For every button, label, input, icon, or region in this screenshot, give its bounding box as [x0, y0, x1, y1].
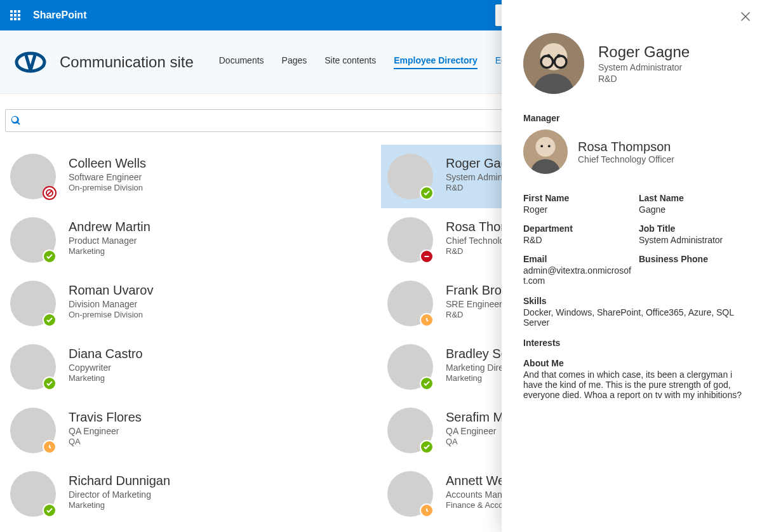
- person-name: Richard Dunnigan: [69, 474, 170, 488]
- close-button[interactable]: [738, 9, 753, 24]
- about-label: About Me: [523, 358, 747, 368]
- person-card[interactable]: Diana CastroCopywriterMarketing: [4, 335, 381, 399]
- person-name: Travis Flores: [69, 410, 142, 425]
- person-dept: Marketing: [69, 500, 170, 510]
- site-title[interactable]: Communication site: [60, 53, 194, 71]
- department-value: R&D: [523, 235, 631, 245]
- presence-available-icon: [43, 313, 57, 327]
- nav-site-contents[interactable]: Site contents: [324, 55, 376, 69]
- site-logo[interactable]: [13, 44, 48, 80]
- manager-label: Manager: [523, 113, 747, 123]
- person-dept: On-premise Division: [69, 310, 153, 319]
- email-label: Email: [523, 254, 631, 264]
- skills-label: Skills: [523, 296, 747, 306]
- person-dept: Marketing: [69, 373, 143, 383]
- manager-card[interactable]: Rosa Thompson Chief Technology Officer: [523, 130, 747, 174]
- svg-rect-7: [14, 18, 17, 20]
- person-title: Division Manager: [69, 299, 153, 309]
- avatar: [387, 471, 433, 517]
- avatar: [387, 154, 433, 199]
- presence-busy-icon: [420, 249, 434, 263]
- svg-rect-13: [425, 256, 429, 257]
- presence-available-icon: [43, 376, 57, 390]
- manager-title: Chief Technology Officer: [578, 154, 674, 164]
- close-icon: [741, 12, 750, 21]
- presence-away-icon: [420, 503, 434, 517]
- job-title-value: System Administrator: [639, 235, 747, 245]
- person-card[interactable]: Roman UvarovDivision ManagerOn-premise D…: [4, 272, 381, 335]
- first-name-label: First Name: [523, 193, 631, 203]
- person-title: Copywriter: [69, 362, 143, 373]
- person-name: Colleen Wells: [69, 156, 146, 171]
- suite-brand[interactable]: SharePoint: [33, 10, 86, 21]
- person-dept: QA: [69, 437, 142, 446]
- presence-available-icon: [420, 186, 434, 200]
- svg-rect-5: [18, 14, 20, 17]
- presence-available-icon: [420, 376, 434, 390]
- svg-line-11: [48, 191, 52, 196]
- person-card[interactable]: Andrew MartinProduct ManagerMarketing: [4, 208, 381, 272]
- svg-rect-0: [10, 10, 13, 13]
- person-title: QA Engineer: [69, 426, 142, 436]
- panel-header: Roger Gagne System Administrator R&D: [523, 33, 747, 94]
- panel-person-dept: R&D: [598, 74, 690, 84]
- svg-rect-8: [18, 18, 20, 20]
- panel-person-name: Roger Gagne: [598, 43, 690, 61]
- person-card[interactable]: Travis FloresQA EngineerQA: [4, 399, 381, 462]
- interests-label: Interests: [523, 338, 747, 348]
- avatar: [10, 471, 56, 517]
- email-value: admin@vitextra.onmicrosoft.com: [523, 265, 631, 286]
- last-name-label: Last Name: [639, 193, 747, 203]
- phone-label: Business Phone: [639, 254, 747, 264]
- avatar: [387, 217, 433, 263]
- person-name: Roman Uvarov: [69, 283, 153, 298]
- skills-value: Docker, Windows, SharePoint, Office365, …: [523, 307, 747, 328]
- person-details-panel: Roger Gagne System Administrator R&D Man…: [502, 0, 762, 532]
- svg-rect-2: [18, 10, 20, 13]
- avatar: [10, 408, 56, 453]
- about-value: And that comes in which case, its been a…: [523, 369, 747, 400]
- nav-employee-directory[interactable]: Employee Directory: [394, 55, 478, 69]
- person-dept: On-premise Division: [69, 183, 146, 192]
- avatar: [10, 154, 56, 199]
- manager-name: Rosa Thompson: [578, 140, 674, 154]
- svg-rect-4: [14, 14, 17, 17]
- person-title: Product Manager: [69, 236, 150, 246]
- department-label: Department: [523, 223, 631, 234]
- person-name: Diana Castro: [69, 347, 143, 361]
- presence-available-icon: [43, 249, 57, 263]
- site-logo-icon: [15, 46, 46, 78]
- person-card[interactable]: Richard DunniganDirector of MarketingMar…: [4, 462, 381, 526]
- avatar: [10, 344, 56, 390]
- avatar: [387, 344, 433, 390]
- panel-person-title: System Administrator: [598, 62, 690, 72]
- presence-available-icon: [420, 440, 434, 454]
- svg-rect-1: [14, 10, 17, 13]
- person-card[interactable]: Colleen WellsSoftware EngineerOn-premise…: [4, 145, 381, 208]
- svg-rect-3: [10, 14, 13, 17]
- nav-documents[interactable]: Documents: [219, 55, 264, 69]
- avatar: [387, 408, 433, 453]
- directory-column-1: Colleen WellsSoftware EngineerOn-premise…: [4, 145, 381, 526]
- waffle-icon: [10, 10, 20, 20]
- presence-away-icon: [420, 313, 434, 327]
- panel-avatar: [523, 33, 584, 94]
- presence-blocked-icon: [43, 186, 57, 200]
- person-dept: Marketing: [69, 246, 150, 256]
- presence-available-icon: [43, 503, 57, 517]
- person-title: Software Engineer: [69, 172, 146, 182]
- search-icon: [11, 116, 21, 126]
- app-launcher-button[interactable]: [0, 0, 30, 30]
- person-name: Andrew Martin: [69, 220, 150, 234]
- job-title-label: Job Title: [639, 223, 747, 234]
- site-nav: Documents Pages Site contents Employee D…: [219, 55, 511, 69]
- svg-rect-6: [10, 18, 13, 20]
- presence-away-icon: [43, 440, 57, 454]
- manager-avatar: [523, 130, 568, 174]
- person-title: Director of Marketing: [69, 489, 170, 500]
- nav-pages[interactable]: Pages: [282, 55, 307, 69]
- avatar: [10, 281, 56, 326]
- avatar: [387, 281, 433, 326]
- last-name-value: Gagne: [639, 204, 747, 215]
- panel-fields-grid: First Name Roger Last Name Gagne Departm…: [523, 193, 747, 286]
